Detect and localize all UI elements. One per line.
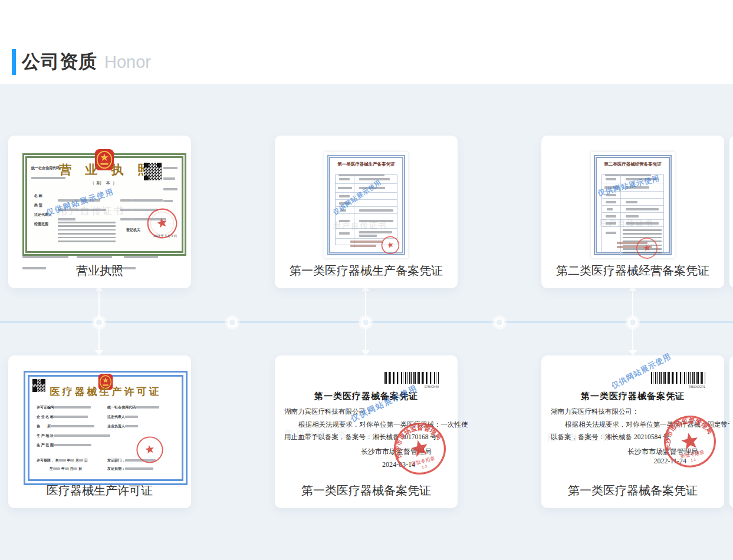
- certificate-image: 第二类医疗器械经营备案凭证: [591, 152, 675, 258]
- arrow-down-icon: [629, 350, 637, 355]
- registrar-label: 登记机关: [126, 228, 140, 233]
- field-label: 法定代表人: [107, 415, 125, 419]
- validity-label: 许可期限： 自: [37, 459, 59, 462]
- field-label: 法定代表人: [34, 212, 52, 218]
- barcode: [384, 372, 439, 384]
- accent-bar: [12, 49, 16, 75]
- scope-text: [58, 222, 116, 243]
- field-label: 生 产 范 围: [37, 443, 54, 447]
- red-seal-icon: 长沙市市场监督管理局 审批专用章 1-3: [659, 410, 722, 473]
- issue-date-label: 发证日期：: [107, 467, 125, 470]
- partial-card: [729, 355, 733, 508]
- page-title: 公司资质: [22, 50, 97, 74]
- license-subtitle: （副 本）: [27, 180, 182, 186]
- card-caption: 第一类医疗器械生产备案凭证: [275, 263, 458, 279]
- certificate-title: 第一类医疗器械生产备案凭证: [330, 162, 402, 167]
- certificate-card-class2-operation[interactable]: 第二类医疗器械经营备案凭证: [541, 136, 724, 288]
- barcode-label: 07MION48: [425, 385, 439, 388]
- field-label: 许可证编号: [37, 406, 54, 409]
- seal-index: 1-3: [691, 458, 696, 463]
- card-caption: 营业执照: [8, 263, 191, 279]
- watermark-blue: 仅供网站展示使用: [349, 383, 419, 425]
- card-caption: 第一类医疗器械备案凭证: [275, 483, 458, 499]
- business-license-image: 统一社会信用代码 营 业 执 照 （副 本） 名 称 类 型 法定代表人 经营范…: [22, 153, 186, 256]
- body-text: 以备案，备案号：湘长械备 20210584 号: [551, 433, 669, 442]
- timeline-dot: [628, 318, 637, 327]
- arrow-down-icon: [361, 350, 370, 355]
- watermark-blue: 仅供网站展示使用: [610, 351, 673, 391]
- seal-center-label: 审批专用章: [680, 449, 705, 459]
- card-caption: 第二类医疗器械经营备案凭证: [541, 263, 724, 279]
- partial-card: [729, 136, 733, 288]
- arrow-down-icon: [95, 350, 103, 355]
- issuer-label: 发证部门：: [107, 459, 125, 462]
- document-title: 第一类医疗器械备案凭证: [541, 391, 724, 402]
- permit-image: 医疗器械生产许可证 许可证编号 统一社会信用代码 企 业 名 称 法定代表人 住…: [24, 371, 188, 485]
- certificate-title: 第二类医疗器械经营备案凭证: [597, 162, 669, 167]
- document-title: 第一类医疗器械备案凭证: [275, 391, 458, 402]
- red-seal-icon: [133, 433, 166, 466]
- barcode: [651, 372, 705, 384]
- certificate-card-business-license[interactable]: 统一社会信用代码 营 业 执 照 （副 本） 名 称 类 型 法定代表人 经营范…: [8, 136, 191, 288]
- field-label: 类 型: [34, 203, 42, 208]
- certificate-card-class1-production[interactable]: 第一类医疗器械生产备案凭证 仅供网站展: [275, 136, 458, 288]
- page-subtitle: Honor: [104, 52, 151, 72]
- company-name: 湖南力宾医疗科技有限公司：: [284, 407, 373, 416]
- field-label: 住 所: [37, 424, 51, 428]
- honor-section: 统一社会信用代码 营 业 执 照 （副 本） 名 称 类 型 法定代表人 经营范…: [0, 84, 733, 560]
- company-name: 湖南力宾医疗科技有限公司：: [551, 407, 639, 416]
- red-seal-icon: [379, 234, 402, 257]
- certificate-image: 第一类医疗器械生产备案凭证 仅供网站展: [324, 152, 408, 258]
- field-label: 经营范围: [34, 222, 48, 227]
- field-label: 生 产 地 址: [37, 434, 54, 437]
- timeline-dot: [228, 318, 237, 327]
- permit-title: 医疗器械生产许可证: [29, 385, 182, 398]
- red-seal-icon: [634, 235, 660, 261]
- field-label: 名 称: [34, 193, 42, 199]
- certificate-table: [335, 174, 397, 245]
- certificate-card-class1-record-1[interactable]: 07MION48 第一类医疗器械备案凭证 湖南力宾医疗科技有限公司： 根据相关法…: [275, 355, 458, 508]
- timeline-dot: [495, 318, 504, 327]
- license-date: 2023 年 3 月 9 日: [153, 234, 177, 238]
- seal-index: 1-3: [422, 465, 428, 469]
- timeline-dot: [361, 318, 370, 327]
- barcode-label: RBSXOCR1: [689, 385, 705, 388]
- field-label: 统一社会信用代码: [107, 406, 136, 409]
- qr-code: [144, 163, 162, 180]
- certificate-card-class1-record-2[interactable]: RBSXOCR1 第一类医疗器械备案凭证 湖南力宾医疗科技有限公司： 根据相关法…: [541, 355, 724, 508]
- card-caption: 医疗器械生产许可证: [8, 483, 191, 499]
- field-label: 企 业 名 称: [37, 415, 54, 419]
- card-caption: 第一类医疗器械备案凭证: [541, 483, 724, 499]
- section-header: 公司资质 Honor: [12, 48, 151, 75]
- certificate-card-production-permit[interactable]: 医疗器械生产许可证 许可证编号 统一社会信用代码 企 业 名 称 法定代表人 住…: [8, 355, 191, 508]
- timeline-dot: [94, 318, 104, 327]
- field-label: 企业负责人: [107, 424, 125, 428]
